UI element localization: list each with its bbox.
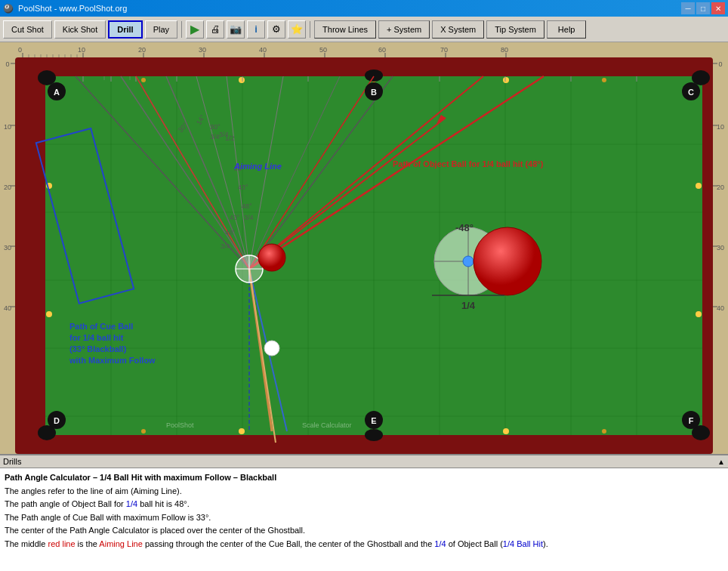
svg-text:40: 40: [717, 304, 724, 312]
info-line-2: The path angle of Object Ball for 1/4 ba…: [5, 498, 723, 511]
svg-text:30: 30: [717, 244, 724, 252]
svg-text:with Maximum Follow: with Maximum Follow: [69, 356, 156, 365]
svg-text:Scale Calculator: Scale Calculator: [302, 421, 352, 429]
svg-point-99: [365, 429, 383, 441]
svg-text:D: D: [54, 416, 60, 425]
info-line-3: The Path angle of Cue Ball with maximum …: [5, 511, 723, 525]
svg-text:3/4: 3/4: [221, 242, 230, 250]
svg-rect-0: [15, 42, 713, 57]
svg-text:50: 50: [319, 46, 327, 54]
x-system-button[interactable]: X System: [432, 20, 484, 39]
svg-text:48°: 48°: [225, 229, 236, 236]
svg-text:Path of Cue Ball: Path of Cue Ball: [69, 322, 133, 331]
svg-point-74: [696, 311, 702, 317]
cut-shot-button[interactable]: Cut Shot: [3, 20, 52, 39]
svg-point-78: [141, 429, 146, 434]
svg-point-159: [474, 227, 541, 295]
svg-text:20: 20: [138, 46, 146, 54]
svg-text:20: 20: [4, 184, 11, 191]
title-bar: 🎱 PoolShot - www.PoolShot.org ─ □ ✕: [0, 0, 728, 17]
svg-text:0: 0: [5, 60, 9, 68]
info-panel: Drills ▲ Path Angle Calculator – 1/4 Bal…: [0, 454, 728, 571]
svg-text:3/4: 3/4: [244, 214, 254, 221]
ruler-vertical-left: 0 10 20 30 40: [0, 57, 15, 454]
svg-point-75: [141, 78, 146, 82]
maximize-button[interactable]: □: [696, 2, 710, 14]
svg-text:B: B: [371, 88, 377, 97]
main-area: 0 10 20 30 40 50 60 70 80: [0, 42, 728, 571]
svg-point-123: [264, 341, 279, 356]
kick-shot-button[interactable]: Kick Shot: [54, 20, 106, 39]
svg-text:10: 10: [78, 46, 85, 54]
drill-button[interactable]: Drill: [108, 20, 142, 39]
svg-point-158: [463, 256, 474, 267]
separator-1: [181, 21, 182, 38]
info-panel-section: Drills: [3, 457, 21, 466]
separator-2: [310, 21, 310, 38]
scroll-up-icon[interactable]: ▲: [717, 458, 725, 466]
svg-point-69: [239, 428, 245, 434]
minimize-button[interactable]: ─: [681, 2, 695, 14]
app-icon: 🎱: [3, 4, 14, 14]
svg-text:0: 0: [18, 46, 22, 54]
svg-text:F: F: [689, 416, 694, 425]
svg-text:(33° Blackball): (33° Blackball): [69, 344, 127, 353]
print-icon-button[interactable]: 🖨: [206, 20, 224, 39]
table-container[interactable]: 0 10 20 30 40 50 60 70 80: [0, 42, 728, 454]
plus-system-button[interactable]: + System: [378, 20, 430, 39]
toolbar: Cut Shot Kick Shot Drill Play ▶ 🖨 📷 i ⚙ …: [0, 17, 728, 42]
help-button[interactable]: Help: [547, 20, 587, 39]
svg-text:Path of Object Ball for 1/4 ba: Path of Object Ball for 1/4 ball hit (48…: [393, 159, 544, 168]
svg-point-80: [602, 429, 606, 434]
pool-table-svg: 30° 14° 30° 3/4 3/4 1/2 35° 43° 48° 3/4 …: [15, 57, 713, 454]
svg-text:10: 10: [4, 123, 11, 131]
svg-text:1/2: 1/2: [225, 134, 235, 142]
svg-text:40: 40: [259, 46, 267, 54]
svg-text:30: 30: [199, 46, 206, 54]
tip-system-button[interactable]: Tip System: [486, 20, 544, 39]
svg-point-77: [602, 78, 606, 82]
svg-text:3/4: 3/4: [210, 133, 220, 140]
svg-text:30: 30: [4, 244, 11, 252]
svg-text:30°: 30°: [210, 123, 221, 131]
svg-text:60: 60: [378, 46, 386, 54]
svg-point-98: [365, 69, 383, 82]
play-icon-button[interactable]: ▶: [186, 20, 204, 39]
close-button[interactable]: ✕: [711, 2, 725, 14]
info-title: Path Angle Calculator – 1/4 Ball Hit wit…: [5, 471, 723, 485]
svg-text:1/4: 1/4: [461, 300, 476, 311]
svg-point-68: [503, 77, 509, 83]
star-icon-button[interactable]: ⭐: [288, 20, 306, 39]
svg-text:43°: 43°: [230, 214, 240, 221]
info-panel-header: Drills ▲: [0, 455, 728, 468]
svg-point-70: [503, 428, 509, 434]
play-button[interactable]: Play: [145, 20, 177, 39]
svg-text:-48°: -48°: [455, 222, 474, 233]
svg-text:48°: 48°: [242, 202, 252, 210]
svg-text:PoolShot: PoolShot: [166, 421, 194, 429]
throw-lines-button[interactable]: Throw Lines: [314, 20, 376, 39]
svg-text:20: 20: [717, 184, 724, 191]
info-line-5: The middle red line is the Aiming Line p…: [5, 538, 723, 551]
svg-rect-28: [0, 57, 15, 454]
svg-rect-39: [713, 57, 728, 454]
svg-text:A: A: [54, 88, 60, 97]
camera-icon-button[interactable]: 📷: [227, 20, 245, 39]
svg-text:80: 80: [501, 46, 508, 54]
svg-point-122: [258, 244, 285, 271]
info-content[interactable]: Path Angle Calculator – 1/4 Ball Hit wit…: [0, 468, 728, 571]
svg-text:for 1/4 ball hit: for 1/4 ball hit: [69, 333, 124, 342]
svg-point-67: [239, 77, 245, 83]
info-line-1: The angles refer to the line of aim (Aim…: [5, 485, 723, 498]
svg-text:10: 10: [717, 123, 724, 131]
svg-text:E: E: [371, 416, 376, 425]
ruler-horizontal: 0 10 20 30 40 50 60 70 80: [15, 42, 713, 57]
window-title: PoolShot - www.PoolShot.org: [18, 4, 127, 13]
info-icon-button[interactable]: i: [247, 20, 265, 39]
svg-text:C: C: [688, 88, 694, 97]
settings-icon-button[interactable]: ⚙: [267, 20, 285, 39]
svg-text:40: 40: [4, 304, 11, 312]
svg-point-72: [46, 311, 52, 317]
info-line-4: The center of the Path Angle Calculator …: [5, 524, 723, 538]
svg-point-73: [696, 183, 702, 189]
